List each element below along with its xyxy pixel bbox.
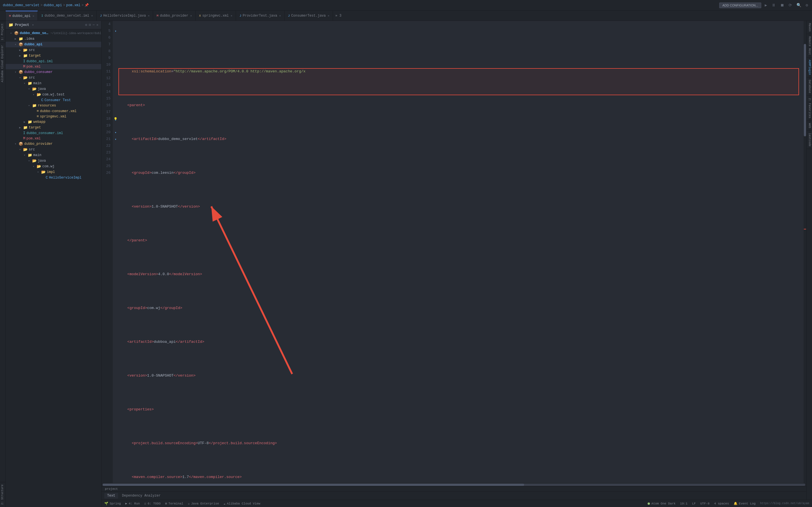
tree-item-consumer-main[interactable]: ▾ 📁 main: [6, 80, 101, 86]
search-everywhere-icon[interactable]: 🔍: [795, 2, 802, 8]
run-icon[interactable]: ▶: [763, 2, 768, 8]
tab-close-dubbo-provider[interactable]: ✕: [190, 14, 192, 17]
code-content[interactable]: xsi:schemaLocation="http://maven.apache.…: [118, 21, 804, 483]
alibaba-cloud-status[interactable]: ☁ Alibaba Cloud View: [223, 502, 260, 505]
bottom-tab-dependency-analyzer[interactable]: Dependency Analyzer: [119, 493, 163, 499]
tree-item-provider-java[interactable]: ▾ 📂 java: [6, 158, 101, 164]
tree-close-icon[interactable]: ✕: [96, 23, 98, 27]
tree-item-idea[interactable]: ▶ 📁 .idea: [6, 36, 101, 42]
tree-item-hello-service-impl[interactable]: ▶ C HelloServiceImpl: [6, 175, 101, 180]
terminal-status[interactable]: ⊞ Terminal: [165, 502, 183, 505]
web-panel[interactable]: Web: [807, 121, 812, 131]
tree-item-provider-src[interactable]: ▾ 📂 src: [6, 147, 101, 152]
encoding-status[interactable]: UTF-8: [700, 502, 710, 505]
spring-status[interactable]: 🌱 Spring: [104, 502, 121, 505]
tab-hello-service-impl[interactable]: J HelloServiceImpl.java ✕: [97, 11, 153, 20]
tab-dubbo-api[interactable]: M dubbo_api ✕: [6, 11, 38, 20]
tree-item-java[interactable]: ▾ 📂 java: [6, 86, 101, 92]
fold-marker-5[interactable]: ▾: [115, 29, 117, 33]
sidebar-label-project[interactable]: 1: Project: [0, 21, 5, 43]
tree-item-consumer-pom[interactable]: ▶ M pom.xml: [6, 136, 101, 141]
tag-source-enc-open: <project.build.sourceEncoding>: [132, 440, 198, 447]
todo-status[interactable]: ☑ 6: TODO: [144, 502, 161, 505]
breadcrumb-file[interactable]: pom.xml: [66, 3, 80, 7]
tab-provider-test[interactable]: J ProviderTest.java ✕: [236, 11, 285, 20]
lf-status[interactable]: LF: [692, 502, 696, 505]
tree-item-springmvc-xml[interactable]: ▶ ≡ springmvc.xml: [6, 114, 101, 119]
tab-close-hello-service-impl[interactable]: ✕: [148, 14, 149, 17]
add-configuration-button[interactable]: ADD CONFIGURATION...: [719, 3, 761, 8]
tree-collapse-icon[interactable]: ⊟: [89, 23, 91, 27]
tree-item-dubbo-api-src[interactable]: ▶ 📂 src: [6, 47, 101, 53]
tab-dubbo-demo-servlet[interactable]: I dubbo_demo_servlet.iml ✕: [38, 11, 96, 20]
tree-item-resources[interactable]: ▾ 📁 resources: [6, 103, 101, 108]
tag-version-open-8: <version>: [132, 203, 151, 210]
tab-more[interactable]: » 3: [333, 11, 344, 20]
bottom-tab-text[interactable]: Text: [104, 493, 118, 499]
tree-item-com-wj[interactable]: ▾ 📂 com.wj: [6, 164, 101, 169]
bulb-icon[interactable]: 💡: [114, 117, 117, 121]
tree-item-consumer-target[interactable]: ▶ 📁 target: [6, 125, 101, 130]
indent-status[interactable]: 4 spaces: [714, 502, 729, 505]
code-container[interactable]: 4 5 6 7 8 9 10 11 12 13 14 15 16 17: [101, 21, 806, 483]
vertical-scrollbar[interactable]: [804, 21, 806, 483]
tab-consumer-test[interactable]: J ConsumerTest.java ✕: [285, 11, 333, 20]
tree-item-consumer-test-class[interactable]: ▶ C Consumer Test: [6, 98, 101, 103]
fold-marker-20[interactable]: ▾: [115, 131, 117, 134]
tree-item-dubbo-api[interactable]: ▾ 📦 dubbo_api: [6, 42, 101, 47]
tree-header-dropdown[interactable]: ▾: [32, 23, 34, 27]
impl-folder-icon: 📂: [41, 170, 46, 174]
coverage-icon[interactable]: ⏹: [779, 3, 785, 8]
event-log-status[interactable]: 🔔 Event Log: [733, 502, 756, 505]
sidebar-label-cloud-explorer[interactable]: Alibaba Cloud Explorer: [0, 43, 5, 84]
tab-close-consumer-test[interactable]: ✕: [327, 14, 329, 17]
consumer-pom-icon: M: [23, 136, 26, 140]
profile-icon[interactable]: ⟳: [788, 2, 793, 8]
debug-icon[interactable]: ⏸: [770, 3, 777, 8]
fold-marker-21[interactable]: ▾: [115, 137, 117, 141]
maven-panel[interactable]: Maven: [807, 21, 812, 34]
tab-close-springmvc[interactable]: ✕: [231, 14, 232, 17]
remote-host-panel[interactable]: Remote Host: [807, 34, 812, 57]
tree-more-icon[interactable]: ⋯: [93, 23, 95, 27]
java-enterprise-status[interactable]: ☕ Java Enterprise: [188, 502, 219, 505]
horizontal-scrollbar[interactable]: [101, 483, 806, 487]
tree-item-com-wj-test[interactable]: ▾ 📂 com.wj.test: [6, 92, 101, 98]
tree-item-impl[interactable]: ▾ 📂 impl: [6, 169, 101, 175]
tab-close-provider-test[interactable]: ✕: [279, 14, 281, 17]
gear-icon[interactable]: ⚙: [85, 23, 87, 27]
tree-item-api-pom[interactable]: ▶ M pom.xml: [6, 64, 101, 69]
settings-icon[interactable]: ⚙: [805, 2, 809, 8]
tree-item-dubbo-provider[interactable]: ▾ 📦 dubbo_provider: [6, 141, 101, 147]
breadcrumb-module[interactable]: dubbo_api: [44, 3, 62, 7]
tree-item-root[interactable]: ▾ 📦 dubbo_demo_servlet ~/intellij-idea-w…: [6, 31, 101, 36]
database-panel[interactable]: Database: [807, 77, 812, 96]
tab-dubbo-provider[interactable]: M dubbo_provider ✕: [153, 11, 195, 20]
sidebar-label-structure[interactable]: 2: Structure: [0, 482, 5, 507]
asmplugin-panel[interactable]: ASMPlugin: [807, 57, 812, 77]
tree-item-consumer-iml[interactable]: ▶ I dubbo_consumer.iml: [6, 130, 101, 136]
gutter-8: [113, 48, 118, 55]
csdn-link[interactable]: https://blog.csdn.net/u0/ayam: [760, 502, 809, 505]
tree-item-webapp[interactable]: ▶ 📁 webapp: [6, 119, 101, 125]
tab-close-dubbo-demo-servlet[interactable]: ✕: [91, 14, 93, 17]
tree-item-dubbo-api-target[interactable]: ▶ 📁 target: [6, 53, 101, 59]
tab-icon-iml: I: [41, 14, 43, 17]
sidebar-toggle[interactable]: [0, 11, 6, 20]
position-status[interactable]: 19:1: [680, 502, 688, 505]
tab-close-dubbo-api[interactable]: ✕: [33, 14, 34, 18]
run-status[interactable]: ▶ 4: Run: [125, 502, 140, 505]
favorites-panel[interactable]: 2: Favorites: [807, 96, 812, 121]
tree-item-dubbo-consumer-xml[interactable]: ▶ ≡ dubbo-consumer.xml: [6, 108, 101, 114]
breadcrumb-project[interactable]: dubbo_demo_servlet: [3, 3, 40, 7]
tree-item-dubbo-consumer[interactable]: ▾ 📦 dubbo_consumer: [6, 69, 101, 75]
lastcode-panel[interactable]: lastcode: [807, 131, 812, 149]
tab-springmvc[interactable]: X springmvc.xml ✕: [196, 11, 236, 20]
tree-item-dubbo-api-iml[interactable]: ▶ I dubbo_api.iml: [6, 59, 101, 64]
tree-item-provider-main[interactable]: ▾ 📁 main: [6, 152, 101, 158]
code-line-12: <artifactId>dubboa_api</artifactId>: [123, 339, 799, 345]
comwj-pkg-icon: 📂: [37, 164, 41, 169]
tree-item-consumer-src[interactable]: ▾ 📂 src: [6, 75, 101, 80]
gutter-5: ▾: [113, 27, 118, 34]
theme-status[interactable]: Atom One Dark: [648, 502, 675, 505]
